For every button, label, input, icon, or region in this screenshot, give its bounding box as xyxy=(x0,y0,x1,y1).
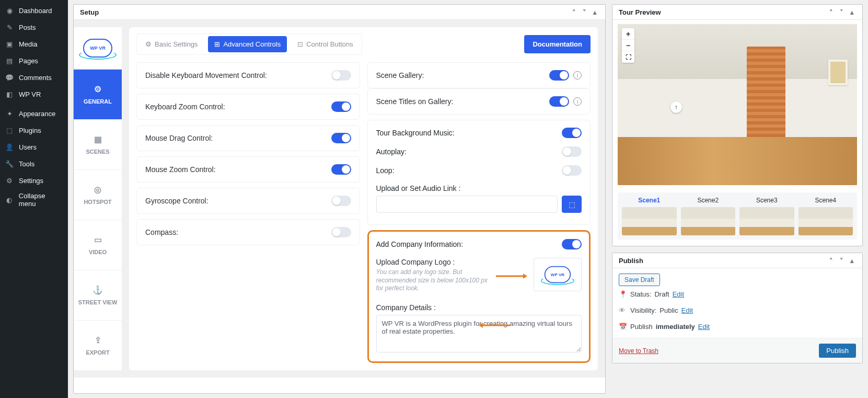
scene-name: Scene2 xyxy=(681,197,736,204)
top-tab-basic-settings[interactable]: ⚙Basic Settings xyxy=(139,36,204,52)
wp-menu-media[interactable]: ▣Media xyxy=(0,36,68,52)
setting-label: Compass: xyxy=(145,228,178,236)
side-tab-hotspot[interactable]: ◎HOTSPOT xyxy=(74,169,122,220)
info-icon[interactable]: i xyxy=(573,97,582,106)
company-details-textarea[interactable] xyxy=(376,315,582,352)
music-toggle[interactable] xyxy=(562,128,582,138)
setting-toggle[interactable] xyxy=(549,96,569,107)
setting-toggle[interactable] xyxy=(331,101,351,112)
music-card: Tour Background Music: Autoplay: Loop: xyxy=(367,120,591,225)
zoom-in-button[interactable]: + xyxy=(622,28,634,40)
wp-menu-plugins[interactable]: ⬚Plugins xyxy=(0,122,68,139)
wp-menu-dashboard[interactable]: ◉Dashboard xyxy=(0,2,68,19)
triangle-up-icon[interactable]: ▴ xyxy=(848,256,856,265)
setting-toggle[interactable] xyxy=(331,164,351,175)
setting-row: Compass: xyxy=(136,219,360,245)
setting-toggle[interactable] xyxy=(331,227,351,237)
right-column: Tour Preview ˄ ˅ ▴ ↑ + xyxy=(612,4,863,394)
publish-title: Publish xyxy=(619,257,643,265)
eye-icon: 👁 xyxy=(619,306,627,314)
side-tab-street-view[interactable]: ⚓STREET VIEW xyxy=(74,270,122,320)
menu-icon: ◧ xyxy=(4,89,15,99)
scene-thumb[interactable]: Scene2 xyxy=(681,197,736,235)
visibility-label: Visibility: xyxy=(630,306,656,314)
schedule-edit-link[interactable]: Edit xyxy=(698,323,710,331)
side-tab-general[interactable]: ⚙GENERAL xyxy=(74,69,122,119)
top-tabs: ⚙Basic Settings⊞Advanced Controls⊡Contro… xyxy=(136,33,362,55)
setting-label: Mouse Drag Control: xyxy=(145,134,213,142)
triangle-up-icon[interactable]: ▴ xyxy=(591,8,599,16)
wp-menu-settings[interactable]: ⚙Settings xyxy=(0,172,68,189)
arrow-right-icon xyxy=(496,272,527,278)
wp-menu-pages[interactable]: ▤Pages xyxy=(0,52,68,69)
hotspot-marker[interactable]: ↑ xyxy=(670,101,682,113)
upload-icon: ⬚ xyxy=(569,200,575,209)
chevron-up-icon[interactable]: ˄ xyxy=(827,256,835,265)
triangle-up-icon[interactable]: ▴ xyxy=(848,8,856,16)
wp-menu-appearance[interactable]: ✦Appearance xyxy=(0,105,68,122)
menu-label: Appearance xyxy=(19,110,55,118)
menu-label: Collapse menu xyxy=(19,192,64,208)
side-tabs: WP VR ⚙GENERAL▦SCENES◎HOTSPOT▭VIDEO⚓STRE… xyxy=(74,27,122,370)
autoplay-label: Autoplay: xyxy=(376,147,407,156)
setup-panel: Setup ˄ ˅ ▴ WP VR ⚙GENERAL▦SCENES◎HOTSPO… xyxy=(73,4,606,394)
status-edit-link[interactable]: Edit xyxy=(673,290,684,298)
menu-icon: 🔧 xyxy=(4,158,15,169)
setting-label: Scene Gallery: xyxy=(376,71,424,79)
chevron-down-icon[interactable]: ˅ xyxy=(580,8,588,16)
wp-menu-comments[interactable]: 💬Comments xyxy=(0,69,68,86)
main-area: Setup ˄ ˅ ▴ WP VR ⚙GENERAL▦SCENES◎HOTSPO… xyxy=(68,0,868,398)
svg-marker-1 xyxy=(523,274,527,279)
menu-icon: ✦ xyxy=(4,108,15,119)
setting-toggle[interactable] xyxy=(331,133,351,143)
setting-label: Scene Titles on Gallery: xyxy=(376,97,454,106)
wp-menu-posts[interactable]: ✎Posts xyxy=(0,19,68,36)
documentation-button[interactable]: Documentation xyxy=(524,35,591,53)
upload-audio-button[interactable]: ⬚ xyxy=(562,196,582,213)
visibility-edit-link[interactable]: Edit xyxy=(681,306,693,314)
scene-thumb[interactable]: Scene3 xyxy=(739,197,794,235)
chevron-down-icon[interactable]: ˅ xyxy=(837,8,846,16)
menu-label: Posts xyxy=(19,24,36,31)
menu-icon: ◉ xyxy=(4,5,15,16)
top-tab-advanced-controls[interactable]: ⊞Advanced Controls xyxy=(208,36,287,52)
tab-label: HOTSPOT xyxy=(84,199,111,205)
fullscreen-button[interactable]: ⛶ xyxy=(622,51,634,63)
chevron-up-icon[interactable]: ˄ xyxy=(570,8,578,16)
zoom-out-button[interactable]: − xyxy=(622,40,634,51)
wp-menu-wp-vr[interactable]: ◧WP VR xyxy=(0,86,68,103)
wp-menu-tools[interactable]: 🔧Tools xyxy=(0,155,68,172)
scene-thumb[interactable]: Scene1 xyxy=(622,197,677,235)
chevron-up-icon[interactable]: ˄ xyxy=(827,8,835,16)
status-label: Status: xyxy=(630,290,651,298)
menu-icon: 👤 xyxy=(4,142,15,152)
tab-icon: ⚙ xyxy=(145,40,152,48)
wp-menu-users[interactable]: 👤Users xyxy=(0,139,68,155)
setting-toggle[interactable] xyxy=(331,196,351,206)
side-tab-video[interactable]: ▭VIDEO xyxy=(74,220,122,270)
company-toggle[interactable] xyxy=(562,239,582,249)
setup-body: WP VR ⚙GENERAL▦SCENES◎HOTSPOT▭VIDEO⚓STRE… xyxy=(74,20,605,378)
setting-toggle[interactable] xyxy=(549,70,569,81)
autoplay-toggle[interactable] xyxy=(562,146,582,157)
tab-label: GENERAL xyxy=(84,98,112,105)
publish-button[interactable]: Publish xyxy=(819,344,856,358)
side-tab-scenes[interactable]: ▦SCENES xyxy=(74,119,122,169)
panorama-viewport[interactable]: ↑ + − ⛶ xyxy=(618,24,857,185)
menu-icon: ▣ xyxy=(4,39,15,49)
top-tab-control-buttons[interactable]: ⊡Control Buttons xyxy=(291,36,360,52)
loop-toggle[interactable] xyxy=(562,165,582,176)
save-draft-button[interactable]: Save Draft xyxy=(619,274,660,286)
settings-right-col: Scene Gallery:iScene Titles on Gallery:i… xyxy=(367,62,591,363)
chevron-down-icon[interactable]: ˅ xyxy=(837,256,846,265)
logo-preview[interactable]: WP VR xyxy=(534,258,582,291)
wp-menu-collapse-menu[interactable]: ◐Collapse menu xyxy=(0,189,68,211)
scene-image xyxy=(739,207,794,235)
scene-thumb[interactable]: Scene4 xyxy=(798,197,853,235)
setting-toggle[interactable] xyxy=(331,70,351,81)
side-tab-export[interactable]: ⇪EXPORT xyxy=(74,320,122,370)
wpvr-logo-cell: WP VR xyxy=(74,27,122,69)
info-icon[interactable]: i xyxy=(573,71,582,79)
move-to-trash-link[interactable]: Move to Trash xyxy=(619,347,658,355)
audio-link-input[interactable] xyxy=(376,196,558,213)
